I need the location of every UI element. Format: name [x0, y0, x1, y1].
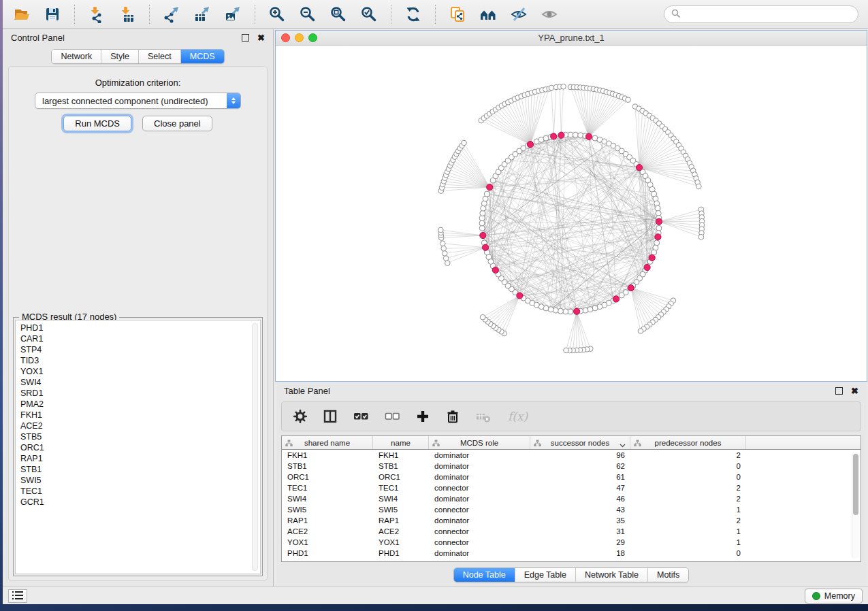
- table-cell[interactable]: ORC1: [373, 473, 429, 481]
- table-cell[interactable]: 1: [630, 538, 746, 546]
- node-table-row[interactable]: ORC1ORC1dominator610: [282, 472, 861, 482]
- table-cell[interactable]: SWI5: [373, 506, 429, 514]
- zoom-in-icon[interactable]: [265, 3, 289, 25]
- table-cell[interactable]: connector: [429, 527, 530, 535]
- refresh-icon[interactable]: [401, 3, 425, 25]
- table-cell[interactable]: RAP1: [373, 516, 429, 525]
- column-header-name[interactable]: name: [373, 436, 429, 449]
- mcds-result-item[interactable]: PHD1: [20, 323, 260, 333]
- table-cell[interactable]: SWI4: [282, 495, 373, 503]
- search-input[interactable]: [685, 10, 851, 20]
- table-scrollbar[interactable]: [852, 452, 859, 559]
- delete-row-icon[interactable]: [445, 409, 460, 424]
- mcds-result-item[interactable]: CAR1: [20, 333, 260, 344]
- control-panel-float-button[interactable]: [242, 34, 249, 42]
- select-all-icon[interactable]: [353, 409, 369, 424]
- table-cell[interactable]: RAP1: [282, 516, 373, 525]
- search-box[interactable]: [664, 5, 858, 23]
- table-cell[interactable]: 43: [530, 506, 630, 514]
- column-header-successor-nodes[interactable]: successor nodes: [530, 436, 630, 449]
- table-cell[interactable]: dominator: [429, 451, 530, 459]
- save-icon[interactable]: [40, 3, 65, 25]
- table-cell[interactable]: dominator: [429, 473, 530, 481]
- table-cell[interactable]: connector: [429, 538, 530, 546]
- table-cell[interactable]: 47: [530, 484, 630, 492]
- table-cell[interactable]: dominator: [429, 495, 530, 503]
- export-network-icon[interactable]: [159, 3, 184, 25]
- import-table-icon[interactable]: [115, 3, 140, 25]
- table-panel-float-button[interactable]: [835, 387, 843, 395]
- mcds-result-item[interactable]: ACE2: [20, 420, 260, 431]
- table-scrollbar-thumb[interactable]: [853, 454, 858, 515]
- network-graph[interactable]: [276, 46, 865, 381]
- hide-selected-icon[interactable]: [507, 3, 531, 25]
- node-table-row[interactable]: TEC1TEC1connector472: [282, 482, 861, 493]
- control-panel-close-button[interactable]: ✖: [257, 34, 265, 42]
- run-mcds-button[interactable]: Run MCDS: [63, 116, 131, 131]
- table-cell[interactable]: 1: [630, 506, 746, 514]
- table-panel-close-button[interactable]: ✖: [851, 387, 858, 395]
- tab-edge-table[interactable]: Edge Table: [515, 568, 576, 582]
- node-table-row[interactable]: ACE2ACE2connector311: [282, 526, 861, 537]
- table-cell[interactable]: TEC1: [282, 484, 373, 492]
- copy-network-icon[interactable]: [445, 3, 470, 25]
- table-cell[interactable]: 46: [530, 495, 630, 503]
- mcds-result-item[interactable]: TEC1: [20, 486, 260, 497]
- table-cell[interactable]: FKH1: [282, 451, 373, 459]
- table-cell[interactable]: STB1: [373, 462, 429, 470]
- tab-style[interactable]: Style: [101, 50, 139, 63]
- first-neighbors-icon[interactable]: [476, 3, 500, 25]
- open-icon[interactable]: [10, 3, 34, 25]
- table-cell[interactable]: SWI4: [373, 495, 429, 503]
- node-table-row[interactable]: SWI5SWI5connector431: [282, 504, 861, 515]
- node-table-row[interactable]: PHD1PHD1dominator180: [282, 548, 861, 559]
- column-settings-icon[interactable]: [293, 409, 308, 424]
- table-cell[interactable]: YOX1: [373, 538, 429, 546]
- table-cell[interactable]: 29: [530, 538, 630, 546]
- node-table-row[interactable]: RAP1RAP1dominator352: [282, 515, 861, 526]
- mcds-result-item[interactable]: SWI4: [20, 377, 260, 388]
- import-network-icon[interactable]: [84, 3, 109, 25]
- column-header-predecessor-nodes[interactable]: predecessor nodes: [630, 436, 746, 449]
- table-cell[interactable]: dominator: [429, 516, 530, 525]
- node-table-row[interactable]: STB1STB1dominator620: [282, 461, 861, 472]
- mcds-result-item[interactable]: RAP1: [20, 453, 260, 464]
- tab-select[interactable]: Select: [139, 50, 181, 63]
- table-cell[interactable]: ACE2: [373, 527, 429, 535]
- table-cell[interactable]: STB1: [282, 462, 373, 470]
- table-cell[interactable]: 0: [630, 462, 746, 470]
- table-cell[interactable]: PHD1: [373, 549, 429, 557]
- table-cell[interactable]: 61: [530, 473, 630, 481]
- memory-button[interactable]: Memory: [805, 589, 863, 604]
- tab-motifs[interactable]: Motifs: [648, 568, 688, 582]
- table-cell[interactable]: 2: [630, 516, 746, 525]
- table-cell[interactable]: 31: [530, 527, 630, 535]
- result-list-scrollbar[interactable]: [252, 323, 258, 571]
- add-row-icon[interactable]: [415, 409, 430, 424]
- table-cell[interactable]: 0: [630, 549, 746, 557]
- column-header-MCDS-role[interactable]: MCDS role: [429, 436, 530, 449]
- column-header-shared-name[interactable]: shared name: [282, 436, 373, 449]
- mcds-result-item[interactable]: SRD1: [20, 388, 260, 399]
- tab-network-table[interactable]: Network Table: [576, 568, 648, 582]
- table-cell[interactable]: ACE2: [282, 527, 373, 535]
- table-cell[interactable]: 0: [630, 473, 746, 481]
- table-cell[interactable]: 62: [530, 462, 630, 470]
- table-cell[interactable]: 2: [630, 451, 746, 459]
- optimization-criterion-select[interactable]: largest connected component (undirected): [35, 93, 241, 109]
- zoom-fit-icon[interactable]: [326, 3, 351, 25]
- mcds-result-item[interactable]: STB5: [20, 431, 260, 442]
- table-cell[interactable]: 2: [630, 495, 746, 503]
- table-cell[interactable]: PHD1: [282, 549, 373, 557]
- zoom-selected-icon[interactable]: [357, 3, 381, 25]
- node-table-row[interactable]: SWI4SWI4dominator462: [282, 493, 861, 504]
- mcds-result-item[interactable]: YOX1: [20, 366, 260, 377]
- tab-node-table[interactable]: Node Table: [454, 568, 515, 582]
- network-canvas[interactable]: [276, 46, 867, 381]
- table-cell[interactable]: connector: [429, 484, 530, 492]
- table-cell[interactable]: TEC1: [373, 484, 429, 492]
- table-cell[interactable]: 2: [630, 484, 746, 492]
- mcds-result-item[interactable]: ORC1: [20, 442, 260, 453]
- table-cell[interactable]: 1: [630, 527, 746, 535]
- mcds-result-item[interactable]: PMA2: [20, 399, 260, 410]
